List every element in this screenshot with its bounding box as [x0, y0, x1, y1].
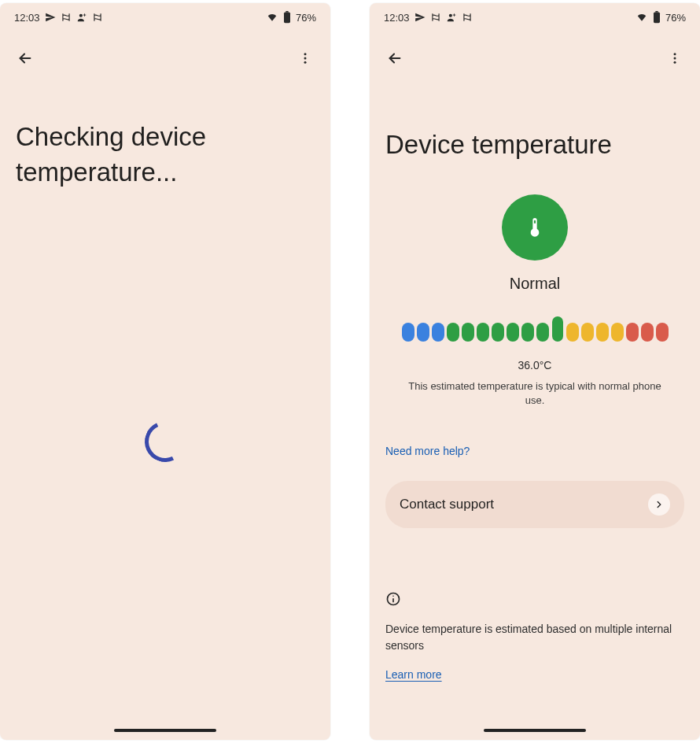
svg-point-14 — [392, 596, 394, 597]
meter-pill — [447, 323, 459, 342]
status-time: 12:03 — [384, 12, 410, 24]
svg-point-10 — [674, 57, 676, 60]
svg-point-9 — [674, 53, 676, 55]
app-bar — [370, 36, 700, 80]
nav-handle[interactable] — [114, 729, 216, 732]
battery-icon — [653, 11, 661, 24]
svg-point-3 — [304, 53, 307, 55]
svg-point-5 — [304, 61, 307, 64]
info-text: Device temperature is estimated based on… — [385, 621, 684, 654]
person-add-icon — [76, 12, 87, 23]
need-more-help-link[interactable]: Need more help? — [385, 445, 470, 457]
meter-pill — [521, 323, 534, 342]
svg-point-4 — [304, 57, 307, 60]
svg-rect-2 — [286, 11, 288, 13]
app2-icon — [92, 12, 103, 23]
loading-spinner — [139, 415, 192, 468]
meter-pill — [611, 323, 624, 342]
temperature-description: This estimated temperature is typical wi… — [401, 379, 669, 409]
temperature-status-label: Normal — [510, 275, 560, 293]
page-title: Device temperature — [385, 128, 684, 163]
svg-rect-7 — [654, 13, 660, 24]
send-icon — [45, 12, 56, 23]
svg-point-6 — [448, 14, 451, 17]
status-bar: 12:03 — [370, 3, 700, 31]
person-add-icon — [446, 12, 457, 23]
status-bar: 12:03 — [0, 3, 330, 31]
svg-point-0 — [79, 14, 82, 17]
meter-pill — [552, 316, 563, 342]
back-button[interactable] — [379, 43, 411, 74]
app2-icon — [462, 12, 473, 23]
temperature-meter — [402, 316, 669, 342]
temperature-status-icon — [502, 194, 568, 261]
meter-pill — [477, 323, 489, 342]
send-icon — [414, 12, 426, 23]
battery-icon — [283, 11, 291, 24]
status-battery: 76% — [665, 12, 686, 24]
svg-rect-1 — [284, 13, 290, 24]
meter-pill — [656, 323, 669, 342]
svg-rect-8 — [655, 11, 658, 13]
temperature-value: 36.0°C — [518, 359, 552, 372]
app-icon — [430, 12, 441, 23]
meter-pill — [596, 323, 609, 342]
meter-pill — [536, 323, 549, 342]
meter-pill — [417, 323, 429, 342]
meter-pill — [402, 323, 414, 342]
nav-handle[interactable] — [484, 729, 586, 732]
more-options-button[interactable] — [289, 43, 321, 74]
meter-pill — [626, 323, 639, 342]
learn-more-link[interactable]: Learn more — [385, 668, 684, 681]
phone-screen-loading: 12:03 — [0, 3, 330, 740]
status-time: 12:03 — [14, 12, 40, 24]
app-bar — [0, 36, 330, 80]
info-icon — [385, 591, 401, 607]
meter-pill — [462, 323, 474, 342]
back-button[interactable] — [9, 43, 41, 74]
contact-support-button[interactable]: Contact support — [385, 481, 684, 528]
meter-pill — [432, 323, 444, 342]
phone-screen-result: 12:03 — [370, 3, 700, 740]
wifi-icon — [266, 12, 278, 23]
contact-support-label: Contact support — [400, 497, 494, 512]
app-icon — [61, 12, 72, 23]
chevron-right-icon — [648, 493, 670, 516]
meter-pill — [641, 323, 654, 342]
meter-pill — [492, 323, 504, 342]
wifi-icon — [636, 12, 648, 23]
svg-point-11 — [674, 61, 676, 64]
meter-pill — [507, 323, 519, 342]
meter-pill — [581, 323, 594, 342]
more-options-button[interactable] — [659, 43, 691, 74]
status-battery: 76% — [296, 12, 316, 24]
meter-pill — [566, 323, 579, 342]
